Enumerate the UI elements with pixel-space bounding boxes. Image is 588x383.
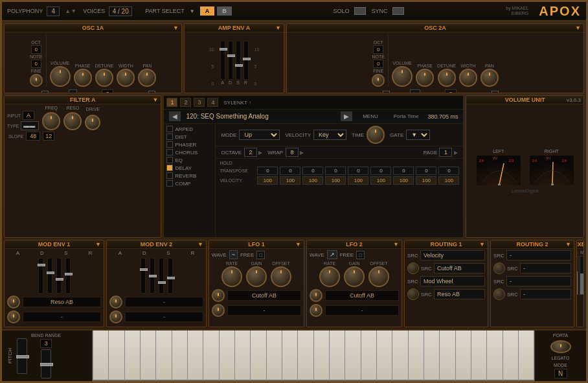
key-a4[interactable] (503, 331, 518, 381)
amp-a-track[interactable] (220, 41, 225, 80)
seq-vel-2[interactable]: 100 (302, 176, 323, 185)
amp-r-handle[interactable] (243, 58, 251, 60)
osc2-voices-val[interactable]: 2 (445, 89, 457, 93)
seq-vel-3[interactable]: 100 (325, 176, 346, 185)
mod-env1-r-handle[interactable] (65, 273, 73, 275)
mod-env2-dest2-knob[interactable] (109, 310, 122, 323)
porta-knob[interactable] (550, 340, 571, 353)
osc2-pan-knob[interactable] (481, 69, 499, 87)
seq-arped-box[interactable] (166, 126, 173, 132)
lfo1-dest2-knob[interactable] (212, 304, 225, 317)
key-f1[interactable] (140, 331, 155, 381)
key-d2[interactable] (219, 331, 234, 381)
amp-d-track[interactable] (228, 41, 233, 80)
lfo1-offset-knob[interactable] (271, 266, 291, 287)
seq-note-7[interactable]: 0 (416, 167, 436, 175)
filter-freq-knob[interactable] (42, 112, 60, 130)
mod-env1-dest2[interactable]: - (23, 312, 101, 322)
key-d4[interactable] (439, 331, 455, 381)
bend-slider-1[interactable] (17, 338, 27, 374)
routing1-val3[interactable]: Reso AB (434, 289, 485, 299)
osc2-phase-knob[interactable] (416, 69, 434, 87)
key-g4[interactable] (486, 331, 502, 381)
filter-reso-knob[interactable] (63, 112, 82, 130)
seq-vel-8[interactable]: 100 (438, 176, 459, 185)
seq-note-2[interactable]: 0 (302, 167, 323, 175)
mod-env2-d-handle[interactable] (149, 275, 157, 277)
seq-vel-4[interactable]: 100 (348, 176, 368, 185)
key-b1[interactable] (187, 331, 203, 381)
seq-note-4[interactable]: 0 (348, 167, 368, 175)
filter-slope-val[interactable]: 48 (26, 132, 40, 141)
mod-env2-dest[interactable]: - (125, 297, 203, 307)
key-c2[interactable] (203, 331, 218, 381)
seq-note-5[interactable]: 0 (370, 167, 391, 175)
key-e2[interactable] (234, 331, 250, 381)
seq-page-arrows[interactable]: ▶ (454, 150, 458, 156)
seq-chorus-box[interactable] (166, 149, 173, 156)
seq-vel-7[interactable]: 100 (416, 176, 436, 185)
osc2-oct-val[interactable]: 0 (373, 45, 383, 54)
mod-env1-dest-knob[interactable] (7, 296, 20, 308)
lfo2-dest-knob[interactable] (310, 289, 322, 302)
amp-d-handle[interactable] (227, 54, 235, 57)
lfo1-free-led[interactable]: □ (256, 251, 265, 259)
routing1-knob1[interactable] (407, 288, 419, 300)
mod-env1-d-handle[interactable] (47, 272, 54, 274)
seq-vel-5[interactable]: 100 (370, 176, 391, 185)
mod-env2-a-handle[interactable] (140, 268, 148, 271)
osc2-detune-knob[interactable] (438, 69, 456, 87)
mixer-b-bar[interactable] (580, 256, 584, 295)
osc1-wave-val[interactable]: ~ (69, 89, 77, 93)
lfo1-dest[interactable]: Cutoff AB (227, 290, 301, 301)
key-f3[interactable] (361, 331, 376, 381)
seq-tab-2[interactable]: 2 (180, 98, 191, 107)
mod-env2-dest2[interactable]: - (125, 312, 203, 322)
voices-value[interactable]: 4 / 20 (109, 6, 132, 16)
mod-env2-d-track[interactable] (150, 258, 155, 294)
seq-vel-1[interactable]: 100 (280, 176, 300, 185)
mod-env2-a-track[interactable] (141, 258, 146, 294)
osc2-note-val[interactable]: 0 (373, 60, 383, 68)
part-b-button[interactable]: B (217, 6, 232, 16)
routing2-knob1[interactable] (493, 288, 505, 300)
routing2-knob0[interactable] (493, 262, 505, 274)
seq-eq-box[interactable] (166, 157, 173, 163)
key-c4[interactable] (424, 331, 439, 381)
routing2-val0[interactable]: - (506, 250, 571, 261)
mod-env2-r-track[interactable] (168, 258, 173, 294)
key-d1[interactable] (108, 331, 124, 381)
osc2-voices-arrows[interactable]: ◀▶ (459, 91, 467, 94)
seq-note-0[interactable]: 0 (257, 167, 278, 175)
mod-env1-a-handle[interactable] (38, 264, 45, 266)
solo-led[interactable] (354, 7, 366, 15)
osc2-width-knob[interactable] (459, 69, 477, 87)
mod-env1-s-track[interactable] (56, 258, 62, 294)
mode-val[interactable]: N (554, 369, 567, 378)
seq-octave-val[interactable]: 2 (244, 148, 257, 157)
mod-env1-r-track[interactable] (65, 258, 71, 294)
osc2-wave-val[interactable]: ≋ (410, 89, 420, 93)
osc1-oct-val[interactable]: 0 (31, 45, 41, 54)
mod-env1-dest2-knob[interactable] (7, 310, 20, 323)
lfo2-offset-knob[interactable] (368, 266, 389, 287)
key-f4[interactable] (471, 331, 486, 381)
osc2-inv-check[interactable] (383, 91, 390, 94)
key-d3[interactable] (329, 331, 345, 381)
seq-mode-dropdown[interactable]: Up Down Random (239, 130, 280, 140)
seq-wrap-val[interactable]: 8 (286, 148, 299, 157)
amp-r-track[interactable] (243, 41, 249, 80)
seq-menu-label[interactable]: MENU (363, 113, 378, 119)
seq-next-btn[interactable]: ▶ (341, 111, 352, 121)
seq-reverb-box[interactable] (166, 172, 173, 179)
mod-env2-r-handle[interactable] (167, 277, 175, 279)
key-g1[interactable] (155, 331, 171, 381)
filter-input-val[interactable]: A (23, 111, 34, 120)
osc1-width-knob[interactable] (117, 69, 135, 87)
key-g3[interactable] (376, 331, 392, 381)
key-b4[interactable] (518, 331, 534, 381)
seq-wrap-arrows[interactable]: ▶ (300, 150, 304, 156)
routing2-val3[interactable]: - (520, 289, 571, 299)
routing2-val1[interactable]: - (520, 263, 571, 273)
seq-vel-6[interactable]: 100 (393, 176, 414, 185)
